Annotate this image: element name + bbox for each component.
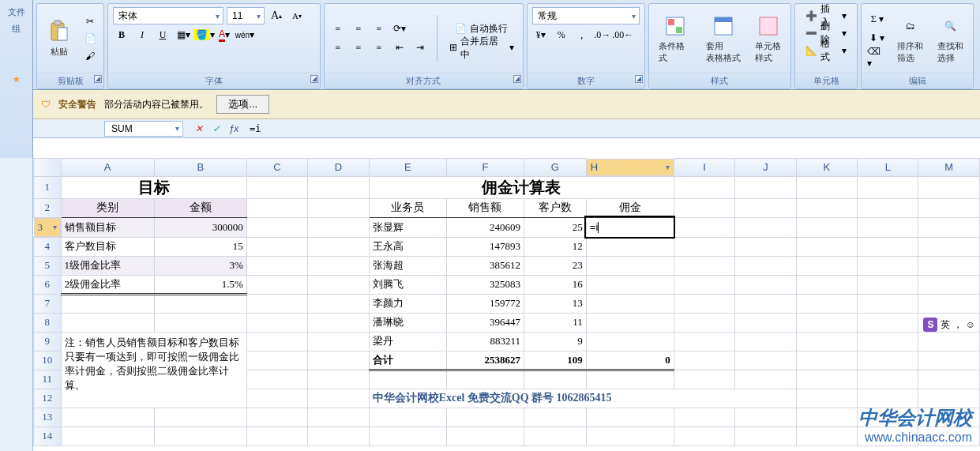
phonetic-button[interactable]: wén▾: [236, 26, 253, 43]
col-header-D[interactable]: D: [308, 159, 369, 177]
insert-function-button[interactable]: ƒx: [226, 122, 242, 136]
cell-A9[interactable]: 注：销售人员销售额目标和客户数目标只要有一项达到，即可按照一级佣金比率计佣金，否…: [61, 332, 246, 408]
security-options-button[interactable]: 选项...: [216, 95, 269, 114]
cell-G13[interactable]: [524, 408, 586, 427]
cell-I2[interactable]: [674, 198, 734, 217]
cell-B8[interactable]: [154, 313, 246, 332]
cell-H8[interactable]: [586, 313, 674, 332]
row-header-14[interactable]: 14: [34, 427, 62, 445]
cell-M1[interactable]: [918, 176, 980, 198]
comma-format-button[interactable]: ,: [573, 26, 591, 43]
cell-H6[interactable]: [586, 275, 674, 294]
cell-A8[interactable]: [61, 313, 154, 332]
cell-E6[interactable]: 刘腾飞: [369, 275, 446, 294]
align-right-button[interactable]: ≡: [370, 39, 388, 57]
decrease-font-button[interactable]: A▾: [288, 7, 306, 24]
cell-L5[interactable]: [858, 256, 918, 275]
cell-C11[interactable]: [246, 370, 307, 389]
cell-L2[interactable]: [858, 198, 918, 217]
cell-K13[interactable]: [796, 408, 857, 427]
cell-E9[interactable]: 梁丹: [369, 332, 446, 351]
underline-button[interactable]: U: [154, 26, 171, 43]
cell-B2[interactable]: 金额: [154, 198, 246, 217]
cell-L11[interactable]: [858, 370, 918, 389]
align-bottom-button[interactable]: ≡: [370, 21, 388, 38]
cell-I7[interactable]: [674, 294, 734, 313]
cell-D5[interactable]: [308, 256, 369, 275]
row-header-7[interactable]: 7: [34, 294, 62, 313]
formula-input[interactable]: [246, 121, 980, 137]
cell-H10[interactable]: 0: [586, 351, 674, 370]
row-header-2[interactable]: 2: [34, 198, 62, 217]
orientation-button[interactable]: ⟳▾: [391, 21, 408, 38]
copy-button[interactable]: 📄: [81, 31, 99, 47]
cell-K12[interactable]: [796, 389, 857, 408]
cell-C10[interactable]: [246, 351, 307, 370]
cell-H4[interactable]: [586, 237, 674, 256]
cell-G14[interactable]: [524, 427, 586, 445]
cell-L3[interactable]: [858, 217, 918, 237]
cell-H7[interactable]: [586, 294, 674, 313]
decrease-indent-button[interactable]: ⇤: [391, 39, 408, 57]
font-size-select[interactable]: 11: [227, 7, 265, 24]
cell-K7[interactable]: [796, 294, 857, 313]
cell-J7[interactable]: [735, 294, 796, 313]
cell-D9[interactable]: [308, 332, 369, 351]
cell-H5[interactable]: [586, 256, 674, 275]
row-header-6[interactable]: 6: [34, 275, 62, 294]
italic-button[interactable]: I: [133, 26, 151, 43]
cell-H3[interactable]: =i: [586, 217, 674, 237]
cell-E3[interactable]: 张显辉: [369, 217, 446, 237]
row-header-4[interactable]: 4: [34, 237, 62, 256]
fill-button[interactable]: ⬇ ▾: [866, 30, 888, 47]
cell-M6[interactable]: [918, 275, 980, 294]
cell-D14[interactable]: [308, 427, 369, 445]
clipboard-dialog-launcher[interactable]: ◢: [94, 75, 102, 83]
row-header-11[interactable]: 11: [34, 370, 62, 389]
cut-button[interactable]: ✂: [81, 13, 99, 29]
cell-H13[interactable]: [586, 408, 674, 427]
cell-A2[interactable]: 类别: [61, 198, 154, 217]
row-header-5[interactable]: 5: [34, 256, 62, 275]
cell-E14[interactable]: [369, 427, 446, 445]
cell-K1[interactable]: [796, 176, 857, 198]
cell-J5[interactable]: [735, 256, 796, 275]
row-header-1[interactable]: 1: [34, 176, 62, 198]
font-color-button[interactable]: A▾: [216, 26, 233, 43]
row-header-12[interactable]: 12: [34, 389, 62, 408]
cell-J3[interactable]: [735, 217, 796, 237]
cell-H9[interactable]: [586, 332, 674, 351]
cell-F7[interactable]: 159772: [446, 294, 524, 313]
cell-K11[interactable]: [796, 370, 857, 389]
cell-D1[interactable]: [308, 176, 369, 198]
ime-emoji-icon[interactable]: ☺: [966, 319, 975, 330]
autosum-button[interactable]: Σ ▾: [866, 11, 888, 28]
col-header-E[interactable]: E: [369, 159, 446, 177]
row-header-13[interactable]: 13: [34, 408, 62, 427]
cell-K10[interactable]: [796, 351, 857, 370]
cell-A3[interactable]: 销售额目标: [61, 217, 154, 237]
cell-E5[interactable]: 张海超: [369, 256, 446, 275]
cell-D2[interactable]: [308, 198, 369, 217]
align-left-button[interactable]: ≡: [329, 39, 347, 57]
increase-indent-button[interactable]: ⇥: [411, 39, 429, 57]
enter-formula-button[interactable]: ✓: [208, 122, 224, 136]
increase-decimal-button[interactable]: .0→: [594, 26, 611, 43]
cell-C2[interactable]: [246, 198, 307, 217]
cell-B14[interactable]: [154, 427, 246, 445]
alignment-dialog-launcher[interactable]: ◢: [513, 75, 521, 83]
cell-K3[interactable]: [796, 217, 857, 237]
cell-L4[interactable]: [858, 237, 918, 256]
cell-D6[interactable]: [308, 275, 369, 294]
increase-font-button[interactable]: A▴: [268, 7, 285, 24]
col-header-L[interactable]: L: [858, 159, 918, 177]
cell-I3[interactable]: [674, 217, 734, 237]
cell-A7[interactable]: [61, 294, 154, 313]
spreadsheet-grid[interactable]: ABCDEFGHIJKLM1目标佣金计算表2类别金额业务员销售额客户数佣金3销售…: [33, 158, 980, 451]
cell-F8[interactable]: 396447: [446, 313, 524, 332]
cell-M7[interactable]: [918, 294, 980, 313]
cell-I10[interactable]: [674, 351, 734, 370]
cell-E1[interactable]: 佣金计算表: [369, 176, 674, 198]
cell-A13[interactable]: [61, 408, 154, 427]
font-name-select[interactable]: 宋体: [113, 7, 223, 24]
